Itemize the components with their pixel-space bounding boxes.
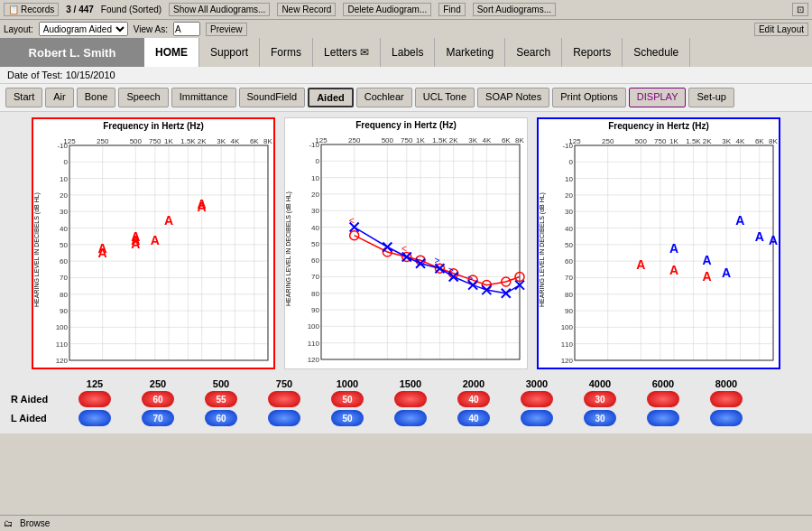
r-6000-cell <box>632 391 695 407</box>
freq-headers-row: 125 250 500 750 1000 1500 2000 3000 4000… <box>11 378 801 389</box>
subtab-speech[interactable]: Speech <box>118 88 168 107</box>
delete-audiogram-button[interactable]: Delete Audiogram... <box>343 3 431 16</box>
tab-reports[interactable]: Reports <box>562 38 623 67</box>
records-button[interactable]: 📋 Records <box>4 3 59 16</box>
l-8000-button[interactable] <box>710 410 743 426</box>
r-250-button[interactable]: 60 <box>142 391 174 407</box>
freq-header-1000: 1000 <box>316 378 379 389</box>
date-value: 10/15/2010 <box>66 70 115 80</box>
toolbar: 📋 Records 3 / 447 Found (Sorted) Show Al… <box>0 0 812 20</box>
subtab-soap-notes[interactable]: SOAP Notes <box>477 88 549 107</box>
tab-schedule[interactable]: Schedule <box>623 38 690 67</box>
freq-header-125: 125 <box>63 378 126 389</box>
l-aided-row: L Aided 70 60 50 <box>11 410 801 426</box>
layout-select[interactable]: Audiogram Aided <box>39 22 128 36</box>
find-button[interactable]: Find <box>438 3 465 16</box>
r-aided-row: R Aided 60 55 50 <box>11 391 801 407</box>
tab-letters[interactable]: Letters ✉ <box>313 38 381 67</box>
chart-left: Frequency in Hertz (Hz) HEARING LEVEL IN… <box>32 117 275 369</box>
status-bar: 🗂 Browse <box>0 515 812 531</box>
l-2000-cell: 40 <box>442 410 505 426</box>
r-250-cell: 60 <box>126 391 189 407</box>
l-6000-cell <box>632 410 695 426</box>
window-controls[interactable]: ⊡ <box>792 3 808 16</box>
view-as-label: View As: <box>134 24 168 34</box>
r-1000-cell: 50 <box>316 391 379 407</box>
r-2000-button[interactable]: 40 <box>457 391 490 407</box>
r-500-button[interactable]: 55 <box>205 391 237 407</box>
r-4000-cell: 30 <box>568 391 632 407</box>
date-bar: Date of Test: 10/15/2010 <box>0 67 812 84</box>
subtab-immittance[interactable]: Immittance <box>171 88 236 107</box>
l-250-button[interactable]: 70 <box>142 410 174 426</box>
l-500-cell: 60 <box>189 410 253 426</box>
subtab-display[interactable]: DISPLAY <box>629 88 687 107</box>
r-750-cell <box>253 391 316 407</box>
browse-label: Browse <box>20 518 50 528</box>
l-4000-cell: 30 <box>568 410 632 426</box>
l-3000-cell <box>505 410 568 426</box>
l-1000-button[interactable]: 50 <box>331 410 364 426</box>
l-4000-button[interactable]: 30 <box>584 410 616 426</box>
subtab-start[interactable]: Start <box>5 88 42 107</box>
tab-home[interactable]: HOME <box>144 38 199 67</box>
chart-right-title: Frequency in Hertz (Hz) <box>539 119 779 133</box>
chart-middle-ylabel: HEARING LEVEL IN DECIBELS (dB HL) <box>285 132 296 367</box>
tab-support[interactable]: Support <box>199 38 260 67</box>
l-750-button[interactable] <box>268 410 300 426</box>
l-3000-button[interactable] <box>521 410 553 426</box>
tab-forms[interactable]: Forms <box>260 38 313 67</box>
l-1500-cell <box>379 410 442 426</box>
tab-labels[interactable]: Labels <box>381 38 435 67</box>
tab-marketing[interactable]: Marketing <box>435 38 505 67</box>
subtab-print-options[interactable]: Print Options <box>552 88 626 107</box>
freq-header-3000: 3000 <box>505 378 568 389</box>
record-count: 3 / 447 <box>66 5 94 14</box>
r-125-button[interactable] <box>78 391 111 407</box>
view-as-input[interactable] <box>173 22 200 36</box>
show-all-button[interactable]: Show All Audiograms... <box>169 3 270 16</box>
patient-name: Robert L. Smith <box>0 38 144 67</box>
subtab-bone[interactable]: Bone <box>77 88 116 107</box>
r-3000-cell <box>505 391 568 407</box>
subtab-air[interactable]: Air <box>45 88 73 107</box>
main-nav: Robert L. Smith HOME Support Forms Lette… <box>0 38 812 67</box>
l-1500-button[interactable] <box>394 410 427 426</box>
r-125-cell <box>63 391 126 407</box>
r-4000-button[interactable]: 30 <box>584 391 616 407</box>
charts-row: Frequency in Hertz (Hz) HEARING LEVEL IN… <box>4 117 808 369</box>
subtab-aided[interactable]: Aided <box>308 88 354 107</box>
chart-right-ylabel: HEARING LEVEL IN DECIBELS (dB HL) <box>539 133 549 368</box>
subtab-set-up[interactable]: Set-up <box>688 88 734 107</box>
l-500-button[interactable]: 60 <box>205 410 237 426</box>
r-8000-button[interactable] <box>710 391 743 407</box>
l-125-button[interactable] <box>78 410 111 426</box>
r-750-button[interactable] <box>268 391 300 407</box>
browse-mode: 🗂 <box>4 518 13 528</box>
preview-button[interactable]: Preview <box>206 23 247 36</box>
records-icon: 📋 <box>8 5 19 14</box>
subtab-ucl-tone[interactable]: UCL Tone <box>415 88 475 107</box>
freq-header-500: 500 <box>189 378 253 389</box>
sort-audiograms-button[interactable]: Sort Audiograms... <box>473 3 556 16</box>
l-250-cell: 70 <box>126 410 189 426</box>
new-record-button[interactable]: New Record <box>277 3 336 16</box>
l-6000-button[interactable] <box>647 410 679 426</box>
tab-search[interactable]: Search <box>505 38 562 67</box>
freq-header-8000: 8000 <box>695 378 758 389</box>
freq-header-1500: 1500 <box>379 378 442 389</box>
l-2000-button[interactable]: 40 <box>457 410 490 426</box>
r-3000-button[interactable] <box>521 391 553 407</box>
r-8000-cell <box>695 391 758 407</box>
subtab-cochlear[interactable]: Cochlear <box>356 88 412 107</box>
r-1500-button[interactable] <box>394 391 427 407</box>
chart-middle-title: Frequency in Hertz (Hz) <box>285 118 527 132</box>
l-1000-cell: 50 <box>316 410 379 426</box>
freq-header-4000: 4000 <box>568 378 632 389</box>
freq-header-2000: 2000 <box>442 378 505 389</box>
r-1000-button[interactable]: 50 <box>331 391 364 407</box>
subtab-soundfield[interactable]: SoundField <box>239 88 306 107</box>
edit-layout-button[interactable]: Edit Layout <box>754 23 808 36</box>
r-6000-button[interactable] <box>647 391 679 407</box>
chart-left-ylabel: HEARING LEVEL IN DECIBELS (dB HL) <box>33 133 44 368</box>
